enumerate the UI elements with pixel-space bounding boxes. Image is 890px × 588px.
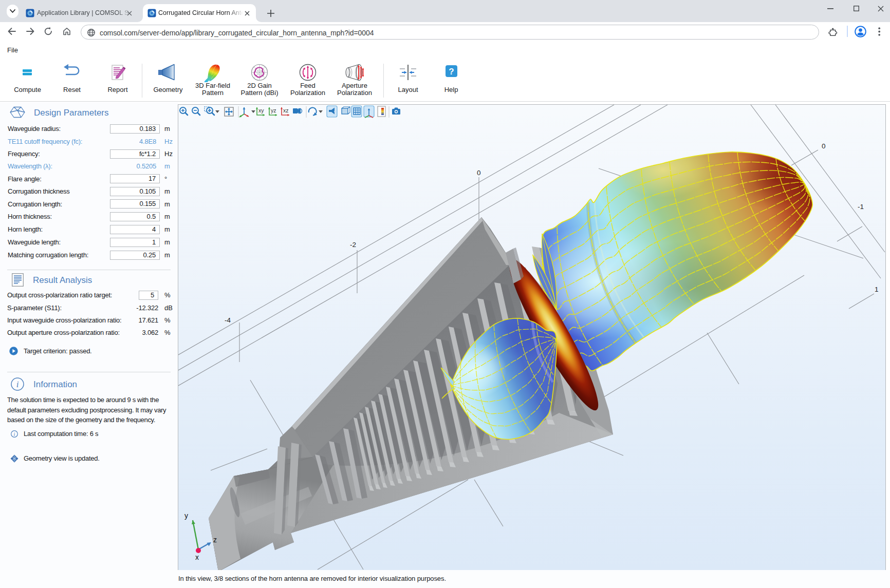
svg-text:yz: yz bbox=[271, 107, 276, 113]
svg-text:xz: xz bbox=[283, 107, 289, 113]
svg-text:-4: -4 bbox=[225, 316, 231, 324]
svg-text:z: z bbox=[213, 536, 217, 544]
svg-text:y: y bbox=[184, 511, 188, 520]
svg-text:xy: xy bbox=[258, 107, 264, 113]
svg-text:0: 0 bbox=[822, 142, 826, 150]
svg-text:i: i bbox=[16, 380, 19, 389]
svg-text:0: 0 bbox=[477, 169, 481, 177]
svg-text:-2: -2 bbox=[350, 241, 356, 249]
svg-text:1: 1 bbox=[875, 286, 879, 293]
svg-text:x: x bbox=[195, 553, 199, 561]
svg-text:-1: -1 bbox=[858, 203, 864, 211]
svg-text:i: i bbox=[14, 431, 15, 437]
svg-text:?: ? bbox=[449, 67, 454, 77]
